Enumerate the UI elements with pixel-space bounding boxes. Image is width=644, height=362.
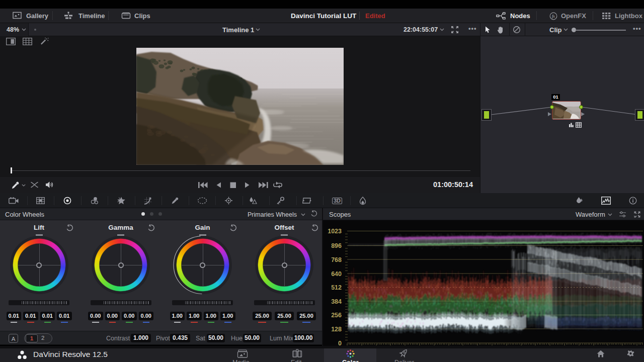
svg-text:896: 896 [331,242,342,249]
svg-text:128: 128 [331,326,342,333]
svg-text:0: 0 [338,340,342,346]
svg-text:fx: fx [552,14,555,19]
svg-text:640: 640 [331,270,342,278]
svg-text:384: 384 [331,298,342,305]
svg-text:768: 768 [331,256,342,263]
svg-text:512: 512 [331,284,342,291]
svg-text:256: 256 [331,312,342,319]
svg-text:1023: 1023 [328,228,342,235]
